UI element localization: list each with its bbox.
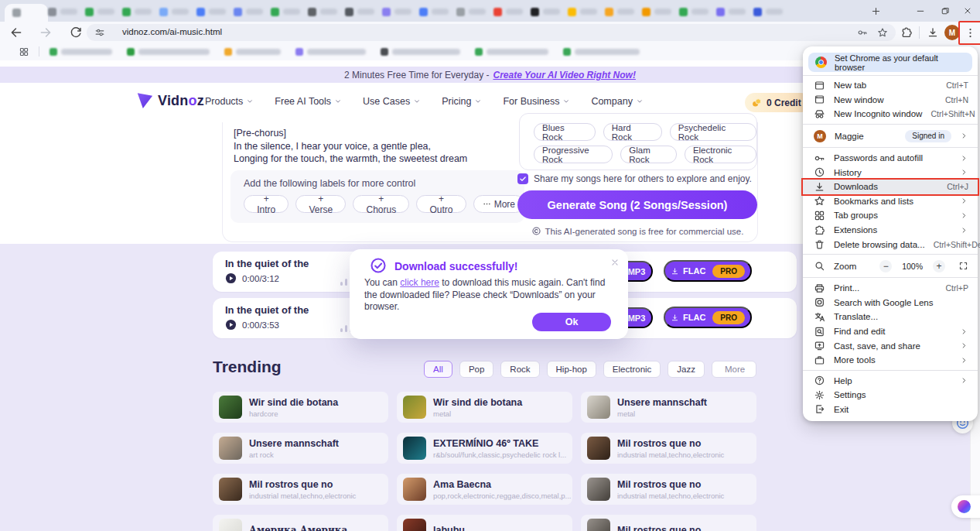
menu-item-print[interactable]: Print...Ctrl+P <box>803 281 978 296</box>
menu-item-search-with-google-lens[interactable]: Search with Google Lens <box>803 296 978 310</box>
blurred-tab[interactable] <box>122 6 152 17</box>
blurred-tab[interactable] <box>271 6 300 17</box>
trending-item[interactable]: Mil rostros que noindustrial metal,techn… <box>581 433 756 464</box>
menu-item-help[interactable]: Help <box>803 374 978 389</box>
extensions-puzzle-icon[interactable] <box>900 26 913 39</box>
blurred-tab[interactable] <box>48 6 77 17</box>
trending-item[interactable]: labubu <box>397 515 572 531</box>
generate-song-button[interactable]: Generate Song (2 Songs/Session) <box>517 190 757 219</box>
menu-item-delete-browsing-data[interactable]: Delete browsing data...Ctrl+Shift+Del <box>803 237 978 252</box>
menu-item-passwords-and-autofill[interactable]: Passwords and autofill <box>803 151 978 166</box>
blurred-tab[interactable] <box>753 6 783 17</box>
bookmark-item[interactable] <box>224 47 281 57</box>
blurred-tab[interactable] <box>531 6 560 17</box>
trending-item[interactable]: Mil rostros que noindustrial metal,techn… <box>213 474 388 505</box>
blurred-tab[interactable] <box>679 6 709 17</box>
filter-chip-rock[interactable]: Rock <box>500 361 539 378</box>
blurred-tab[interactable] <box>642 6 671 17</box>
menu-item-tab-groups[interactable]: Tab groups <box>803 208 978 223</box>
trending-item[interactable]: Unsere mannschaftart rock <box>213 433 388 464</box>
blurred-tab[interactable] <box>345 6 374 17</box>
nav-item-company[interactable]: Company <box>591 96 644 107</box>
profile-avatar[interactable]: M <box>944 25 960 40</box>
nav-item-pricing[interactable]: Pricing <box>442 96 482 107</box>
blurred-tab[interactable] <box>85 6 114 17</box>
ok-button[interactable]: Ok <box>532 313 611 331</box>
downloads-toolbar-icon[interactable] <box>927 26 939 39</box>
filter-chip-pop[interactable]: Pop <box>459 361 493 378</box>
menu-item-new-tab[interactable]: New tabCtrl+T <box>803 78 978 93</box>
bookmark-item[interactable] <box>295 47 366 57</box>
flac-download-button[interactable]: FLACPRO <box>664 307 752 328</box>
genre-chip-psychedelic-rock[interactable]: Psychedelic Rock <box>670 123 756 141</box>
bookmark-item[interactable] <box>127 47 210 57</box>
genre-chip-hard-rock[interactable]: Hard Rock <box>603 123 662 141</box>
nav-item-products[interactable]: Products <box>205 96 254 107</box>
bookmark-item[interactable] <box>381 47 460 57</box>
genre-chip-blues-rock[interactable]: Blues Rock <box>534 123 596 141</box>
tune-icon[interactable] <box>94 27 105 38</box>
blurred-tab[interactable] <box>605 6 634 17</box>
trending-item[interactable]: Wir sind die botanahardcore <box>213 392 388 423</box>
reload-icon[interactable] <box>69 26 83 39</box>
share-checkbox[interactable] <box>517 173 528 184</box>
nav-item-free-ai-tools[interactable]: Free AI Tools <box>275 96 342 107</box>
zoom-out-button[interactable]: − <box>879 260 892 272</box>
filter-more-button[interactable]: More <box>712 361 756 378</box>
blurred-tab[interactable] <box>493 6 523 17</box>
blurred-tab[interactable] <box>308 6 337 17</box>
new-tab-button[interactable] <box>862 0 890 22</box>
fullscreen-icon[interactable] <box>958 261 968 271</box>
bookmark-item[interactable] <box>50 47 112 57</box>
menu-item-more-tools[interactable]: More tools <box>803 353 978 368</box>
blurred-tab[interactable] <box>456 6 486 17</box>
menu-item-set-default-browser[interactable]: Set Chrome as your default browser <box>808 53 972 72</box>
menu-item-profile[interactable]: MMaggieSigned in <box>803 128 978 145</box>
key-icon[interactable] <box>857 27 868 38</box>
menu-item-bookmarks-and-lists[interactable]: Bookmarks and lists <box>803 194 978 209</box>
trending-item[interactable]: Ama Baecnapop,rock,electronic,reggae,dis… <box>397 474 572 505</box>
trending-item[interactable]: Mil rostros que noindustrial metal,techn… <box>581 474 756 505</box>
trending-item[interactable]: Unsere mannschaftmetal <box>581 392 756 423</box>
label-button-verse[interactable]: + Verse <box>295 195 346 213</box>
bookmark-star-icon[interactable] <box>877 27 888 38</box>
share-checkbox-row[interactable]: Share my songs here for others to explor… <box>517 173 752 184</box>
menu-item-downloads[interactable]: DownloadsCtrl+J <box>803 180 978 194</box>
bookmark-item[interactable] <box>563 47 640 57</box>
trending-item[interactable]: Mil rostros que no <box>581 515 756 531</box>
address-bar[interactable]: vidnoz.com/ai-music.html <box>87 24 896 41</box>
genre-chip-electronic-rock[interactable]: Electronic Rock <box>685 146 756 163</box>
bookmark-item[interactable] <box>475 47 548 57</box>
back-icon[interactable] <box>9 26 23 39</box>
blurred-tab[interactable] <box>159 6 189 17</box>
nav-item-for-business[interactable]: For Business <box>503 96 570 107</box>
filter-chip-electronic[interactable]: Electronic <box>603 361 661 378</box>
apps-grid-icon[interactable] <box>19 46 29 57</box>
menu-item-exit[interactable]: Exit <box>803 403 978 417</box>
menu-item-translate[interactable]: Translate... <box>803 310 978 324</box>
label-button-chorus[interactable]: + Chorus <box>353 195 409 213</box>
genre-chip-glam-rock[interactable]: Glam Rock <box>620 146 677 163</box>
menu-item-extensions[interactable]: Extensions <box>803 223 978 238</box>
flac-download-button[interactable]: FLACPRO <box>664 260 752 282</box>
promo-link[interactable]: Create Your AI Video Right Now! <box>493 70 635 81</box>
filter-chip-all[interactable]: All <box>424 361 452 378</box>
blurred-tab[interactable] <box>419 6 449 17</box>
play-icon[interactable] <box>225 319 237 331</box>
blurred-tab[interactable] <box>382 6 411 17</box>
lyrics-textarea[interactable]: [Pre-chorus]In the silence, I hear your … <box>234 127 520 170</box>
menu-item-cast-save-and-share[interactable]: Cast, save, and share <box>803 338 978 353</box>
label-button-intro[interactable]: + Intro <box>244 195 289 213</box>
minimize-button[interactable] <box>907 0 934 22</box>
vidnoz-logo[interactable]: Vidnoz <box>136 92 204 109</box>
trending-item[interactable]: Wir sind die botanametal <box>397 392 572 423</box>
url-text[interactable]: vidnoz.com/ai-music.html <box>122 27 222 36</box>
zoom-in-button[interactable]: + <box>933 260 945 272</box>
blurred-tab[interactable] <box>716 6 746 17</box>
menu-item-find-and-edit[interactable]: Find and edit <box>803 324 978 339</box>
blurred-tab[interactable] <box>234 6 263 17</box>
ai-assistant-widget[interactable] <box>951 495 980 518</box>
trending-item[interactable]: Америка Америка <box>213 515 388 531</box>
click-here-link[interactable]: click here <box>400 277 439 288</box>
blurred-tab[interactable] <box>196 6 226 17</box>
